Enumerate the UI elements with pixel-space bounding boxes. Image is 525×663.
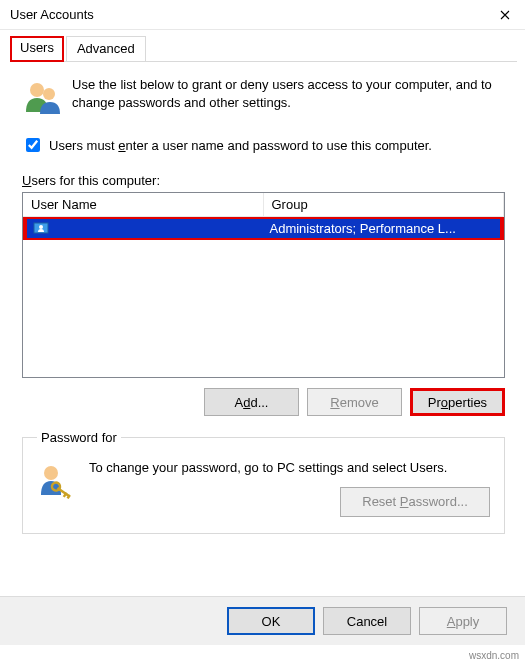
users-list-rows: Administrators; Performance L... <box>23 217 504 377</box>
svg-point-4 <box>44 466 58 480</box>
users-list-label: Users for this computer: <box>22 173 505 188</box>
title-bar: User Accounts <box>0 0 525 30</box>
must-enter-password-checkbox[interactable] <box>26 138 40 152</box>
close-button[interactable] <box>485 0 525 30</box>
tab-users[interactable]: Users <box>10 36 64 62</box>
svg-point-3 <box>39 225 43 229</box>
properties-button[interactable]: Properties <box>410 388 505 416</box>
password-group-legend: Password for <box>37 430 121 445</box>
tab-advanced[interactable]: Advanced <box>66 36 146 62</box>
remove-button: Remove <box>307 388 402 416</box>
tab-bar: Users Advanced <box>10 36 517 62</box>
intro-row: Use the list below to grant or deny user… <box>22 76 505 121</box>
column-group[interactable]: Group <box>264 193 505 216</box>
svg-point-1 <box>43 88 55 100</box>
user-action-buttons: Add... Remove Properties <box>22 388 505 416</box>
ok-button[interactable]: OK <box>227 607 315 635</box>
user-row-username <box>27 219 264 238</box>
cancel-button[interactable]: Cancel <box>323 607 411 635</box>
window-title: User Accounts <box>10 7 485 22</box>
users-list-header[interactable]: User Name Group <box>23 193 504 217</box>
add-button[interactable]: Add... <box>204 388 299 416</box>
watermark: wsxdn.com <box>469 650 519 661</box>
column-username[interactable]: User Name <box>23 193 264 216</box>
must-enter-password-label: Users must enter a user name and passwor… <box>49 138 432 153</box>
password-group: Password for To change your password, go… <box>22 430 505 534</box>
intro-text: Use the list below to grant or deny user… <box>72 76 505 121</box>
user-row-group: Administrators; Performance L... <box>264 219 501 238</box>
reset-password-button: Reset Password... <box>340 487 490 517</box>
close-icon <box>500 10 510 20</box>
must-enter-password-row: Users must enter a user name and passwor… <box>22 135 505 155</box>
user-row-selected[interactable]: Administrators; Performance L... <box>23 217 504 240</box>
password-group-text: To change your password, go to PC settin… <box>89 459 490 477</box>
users-list[interactable]: User Name Group Administrators; Performa… <box>22 192 505 378</box>
users-icon <box>22 76 62 121</box>
apply-button: Apply <box>419 607 507 635</box>
dialog-button-bar: OK Cancel Apply <box>0 596 525 645</box>
svg-point-0 <box>30 83 44 97</box>
user-icon <box>33 222 49 236</box>
tab-content: Use the list below to grant or deny user… <box>0 62 525 544</box>
key-icon <box>37 459 77 502</box>
